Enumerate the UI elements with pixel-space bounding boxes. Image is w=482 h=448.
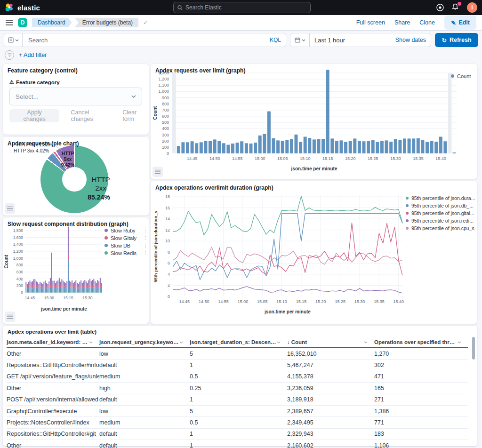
bar[interactable] [349, 141, 352, 153]
table-row[interactable]: Repositories::GitHttpController#git_upl.… [7, 429, 468, 440]
legend-item[interactable]: 95th percentile of json.db_... [406, 202, 476, 209]
table-row[interactable]: Otherhigh0.253,236,059165 [7, 383, 468, 394]
bar[interactable] [217, 141, 221, 153]
clear-form-button[interactable]: Clear form [122, 109, 149, 122]
bar[interactable] [195, 143, 198, 153]
legend-item-menu-icon[interactable]: ⋮ [143, 250, 148, 256]
saved-query-menu-button[interactable] [4, 33, 23, 47]
space-avatar[interactable]: D [18, 18, 27, 27]
user-avatar[interactable]: I [467, 2, 477, 13]
bar[interactable] [304, 137, 307, 154]
bar[interactable] [200, 142, 203, 153]
bar[interactable] [403, 138, 406, 153]
bar[interactable] [245, 143, 248, 153]
bar[interactable] [285, 140, 289, 153]
bar[interactable] [204, 141, 207, 153]
bar[interactable] [295, 135, 298, 153]
refresh-button[interactable]: ↻ Refresh [435, 33, 478, 47]
table-header-cell[interactable]: json.request_urgency.keyword: Des... [99, 337, 190, 347]
bar[interactable] [321, 139, 325, 153]
table-header-cell[interactable]: json.meta.caller_id.keyword: Desce... [7, 337, 99, 347]
bar[interactable] [385, 140, 388, 153]
bar[interactable] [308, 138, 311, 153]
bar[interactable] [181, 142, 185, 153]
full-screen-link[interactable]: Full screen [356, 19, 385, 26]
bar[interactable] [408, 138, 411, 153]
bar[interactable] [380, 141, 384, 153]
edit-button[interactable]: ✎ Edit [444, 16, 476, 30]
bar[interactable] [276, 140, 280, 153]
bar[interactable] [340, 140, 343, 153]
bar[interactable] [290, 139, 293, 153]
legend-item[interactable]: 95th percentile of json.dura... [406, 194, 476, 201]
bar[interactable] [394, 139, 397, 153]
legend-item[interactable]: Slow Ruby⋮ [104, 227, 148, 234]
bar[interactable] [430, 141, 434, 153]
table-header-cell[interactable]: json.target_duration_s: Descending [190, 337, 287, 347]
notifications-icon[interactable] [451, 3, 460, 12]
bar[interactable] [226, 145, 230, 153]
bar[interactable] [258, 136, 262, 153]
date-quick-menu-button[interactable] [290, 33, 310, 47]
table-row[interactable]: Repositories::GitHttpController#info_ref… [7, 360, 468, 371]
table-header-cell[interactable]: ↓Count [287, 337, 374, 347]
bar[interactable] [236, 143, 239, 153]
bar[interactable] [313, 139, 316, 153]
bar[interactable] [358, 141, 361, 153]
global-search-input[interactable]: Search Elastic [173, 2, 311, 13]
breadcrumb-dashboard[interactable]: Dashboard [32, 18, 72, 27]
legend-item-menu-icon[interactable]: ⋮ [143, 243, 148, 248]
legend-item[interactable]: Count [451, 72, 475, 80]
table-row[interactable]: Otherlow516,352,0101,270 [7, 348, 468, 360]
search-input[interactable] [27, 36, 270, 44]
bar[interactable] [326, 70, 329, 153]
bar[interactable] [299, 142, 302, 153]
bar[interactable] [353, 138, 356, 153]
bar[interactable] [267, 112, 271, 153]
bar[interactable] [317, 139, 321, 153]
legend-toggle-button[interactable] [5, 312, 15, 322]
bar[interactable] [231, 144, 234, 153]
bar[interactable] [362, 141, 366, 153]
bar[interactable] [281, 141, 284, 153]
deployment-icon[interactable] [436, 3, 444, 12]
legend-item-menu-icon[interactable]: ⋮ [143, 235, 148, 240]
filter-menu-icon[interactable] [5, 50, 14, 60]
bar[interactable] [439, 137, 442, 154]
bar[interactable] [398, 140, 402, 153]
cancel-changes-button[interactable]: Cancel changes [71, 109, 111, 122]
bar[interactable] [371, 140, 375, 153]
kql-search-box[interactable]: KQL [23, 33, 286, 47]
time-range-value[interactable]: Last 1 hour [314, 37, 345, 44]
legend-item[interactable]: 95th percentile of json.redi... [406, 217, 476, 224]
bar[interactable] [254, 143, 257, 153]
bar[interactable] [263, 134, 266, 153]
bar[interactable] [249, 144, 253, 153]
kql-label[interactable]: KQL [270, 37, 281, 43]
bar[interactable] [209, 141, 212, 153]
bar[interactable] [330, 138, 334, 153]
legend-item[interactable]: Slow DB⋮ [104, 242, 148, 249]
clone-link[interactable]: Clone [419, 19, 435, 26]
legend-item[interactable]: Slow Gitaly⋮ [104, 234, 148, 241]
table-row[interactable]: GraphqlController#executelow52,389,6571,… [7, 406, 468, 417]
bar[interactable] [335, 141, 338, 153]
legend-item[interactable]: Slow Redis⋮ [104, 249, 148, 256]
bar[interactable] [240, 141, 243, 153]
menu-icon[interactable] [6, 19, 13, 26]
bar[interactable] [367, 141, 370, 153]
table-row[interactable]: GET /api/:version/feature_flags/unleash.… [7, 371, 468, 383]
bar[interactable] [344, 142, 347, 153]
bar[interactable] [453, 152, 456, 153]
legend-item[interactable]: 95th percentile of json.cpu_s [406, 224, 476, 232]
bar[interactable] [376, 142, 379, 153]
table-scrollbar[interactable] [472, 337, 475, 360]
bar[interactable] [222, 143, 225, 153]
bar[interactable] [272, 138, 275, 153]
bar[interactable] [186, 142, 189, 153]
bar[interactable] [443, 141, 447, 153]
show-dates-link[interactable]: Show dates [395, 37, 426, 43]
bar[interactable] [417, 138, 420, 153]
legend-item-menu-icon[interactable]: ⋮ [143, 228, 148, 233]
share-link[interactable]: Share [394, 19, 410, 26]
